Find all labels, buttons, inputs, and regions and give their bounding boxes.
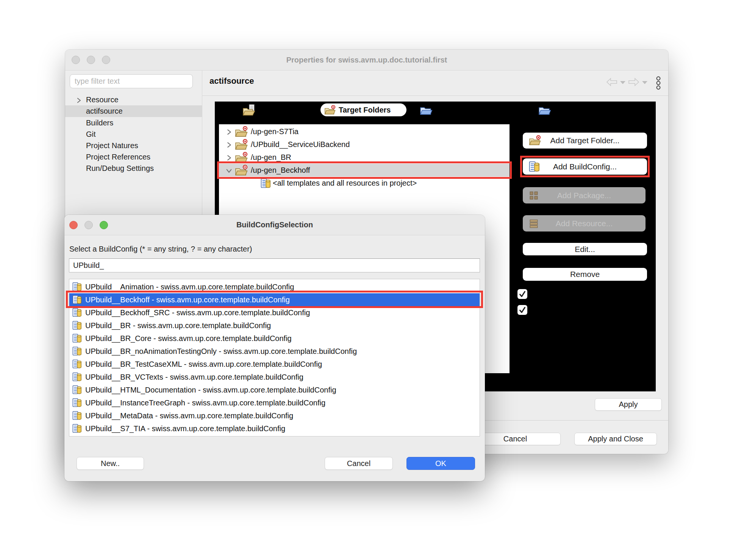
sidebar-item-project-references[interactable]: Project References [65,151,202,163]
list-item-label: UPbuild__BR_noAnimationTestingOnly - swi… [85,347,357,356]
new-button[interactable]: New.. [77,457,144,470]
folder-with-target-badge-icon [235,126,248,139]
ok-button[interactable]: OK [406,457,475,470]
chevron-right-icon[interactable] [76,97,82,105]
add-package-button: Add Package... [523,187,646,203]
buildconfig-filter-input[interactable] [69,258,480,272]
properties-titlebar[interactable]: Properties for swiss.avm.up.doc.tutorial… [65,50,668,70]
button-label: OK [435,459,446,468]
buildconfig-list-item[interactable]: UPbuild__InstanceTreeGraph - swiss.avm.u… [69,396,480,409]
buildconfig-icon [72,333,81,343]
buildconfig-list-item[interactable]: UPbuild__MetaData - swiss.avm.up.core.te… [69,409,480,422]
sidebar-item-label: Resource [86,95,119,104]
buildconfig-list[interactable]: UPbuild__Animation - swiss.avm.up.core.t… [69,279,480,436]
chevron-right-icon[interactable] [226,128,232,137]
sidebar-item-git[interactable]: Git [65,128,202,140]
tree-item-label: /up-gen-S7Tia [251,127,299,136]
add-buildconfig-button[interactable]: Add BuildConfig... [523,158,647,175]
checkmark-icon [518,306,527,314]
chevron-right-icon[interactable] [226,154,232,163]
button-label: New.. [101,459,120,468]
target-folders-label: Target Folders [339,106,391,114]
buildconfig-icon [72,346,81,356]
tree-item-label: /up-gen_Beckhoff [251,166,310,175]
list-item-label: UPbuild__InstanceTreeGraph - swiss.avm.u… [85,399,325,407]
buildconfig-list-item[interactable]: UPbuild__BR - swiss.avm.up.core.template… [69,319,480,332]
header-divider [202,95,668,96]
apply-and-close-button[interactable]: Apply and Close [574,433,657,445]
checked-checkbox[interactable] [517,305,527,315]
button-label: Cancel [503,435,527,443]
add-target-folder-button[interactable]: Add Target Folder... [523,133,647,149]
blue-open-folder-icon[interactable] [420,104,433,117]
buildconfig-icon [72,295,81,305]
remove-button[interactable]: Remove [523,268,647,281]
buildconfig-list-item[interactable]: UPbuild__Animation - swiss.avm.up.core.t… [69,280,480,293]
buildconfig-list-item[interactable]: UPbuild__BR_Core - swiss.avm.up.core.tem… [69,332,480,345]
buildconfig-icon [72,385,81,395]
window-title: Properties for swiss.avm.up.doc.tutorial… [65,50,668,70]
button-label: Apply [619,400,638,409]
target-folders-button[interactable]: Target Folders [320,103,406,116]
cancel-button[interactable]: Cancel [325,457,393,470]
sidebar-item-run-debug-settings[interactable]: Run/Debug Settings [65,163,202,174]
buildconfig-icon [261,178,270,191]
tree-item-label: /up-gen_BR [251,153,291,162]
sidebar-item-label: Project References [86,153,150,161]
list-item-label: UPbuild__HTML_Documentation - swiss.avm.… [85,386,336,394]
sidebar-item-resource[interactable]: Resource [65,94,202,106]
view-menu-dots-icon[interactable] [655,76,661,91]
tree-item[interactable]: /up-gen-S7Tia [219,125,510,138]
buildconfig-list-item[interactable]: UPbuild__HTML_Documentation - swiss.avm.… [69,383,480,396]
button-label: Apply and Close [588,435,643,443]
list-item-label: UPbuild__BR_Core - swiss.avm.up.core.tem… [85,334,292,343]
tree-item[interactable]: /up-gen_BR [219,151,510,164]
buildconfig-selection-dialog: BuildConfigSelection Select a BuildConfi… [64,215,485,481]
page-title: actifsource [209,76,254,86]
back-history-dropdown-icon[interactable] [620,81,625,84]
forward-arrow-icon[interactable] [628,78,639,88]
dialog-titlebar[interactable]: BuildConfigSelection [64,215,485,235]
edit-button[interactable]: Edit... [523,243,647,255]
tree-item-label: <all templates and all resources in proj… [273,179,417,188]
blue-open-folder-icon[interactable] [538,104,551,117]
tree-item-label: /UPbuild__ServiceUiBackend [251,140,350,149]
sidebar-item-actifsource[interactable]: actifsource [65,105,202,117]
sidebar-item-project-natures[interactable]: Project Natures [65,140,202,152]
dialog-title: BuildConfigSelection [64,215,485,235]
chevron-down-icon[interactable] [226,167,232,176]
buildconfig-list-item-selected[interactable]: UPbuild__Beckhoff - swiss.avm.up.core.te… [69,293,480,306]
tree-item[interactable]: /UPbuild__ServiceUiBackend [219,138,510,151]
apply-button[interactable]: Apply [595,398,662,411]
sidebar-item-label: Git [86,130,96,139]
tree-item-selected[interactable]: /up-gen_Beckhoff [219,164,510,177]
buildconfig-list-item[interactable]: UPbuild__BR_TestCaseXML - swiss.avm.up.c… [69,358,480,371]
list-item-label: UPbuild__S7_TIA - swiss.avm.up.core.temp… [85,424,285,433]
buildconfig-icon [72,372,81,382]
buildconfig-list-item[interactable]: UPbuild__BR_VCTexts - swiss.avm.up.core.… [69,371,480,383]
sidebar-item-builders[interactable]: Builders [65,117,202,129]
folder-with-target-badge-icon [235,152,248,165]
checked-checkbox[interactable] [517,289,527,299]
list-item-label: UPbuild__BR_TestCaseXML - swiss.avm.up.c… [85,360,322,369]
sidebar-item-label: Project Natures [86,141,138,150]
buildconfig-icon [72,282,81,292]
buildconfig-list-item[interactable]: UPbuild__BR_noAnimationTestingOnly - swi… [69,345,480,358]
forward-history-dropdown-icon[interactable] [642,81,647,84]
button-label: Cancel [347,459,370,468]
folder-with-target-badge-icon [324,105,336,115]
list-item-label: UPbuild__Animation - swiss.avm.up.core.t… [85,283,294,291]
filter-input[interactable] [70,74,193,88]
resource-icon [529,219,539,228]
chevron-right-icon[interactable] [226,141,232,150]
buildconfig-list-item[interactable]: UPbuild__Beckhoff_SRC - swiss.avm.up.cor… [69,306,480,319]
list-item-label: UPbuild__BR - swiss.avm.up.core.template… [85,321,271,330]
button-label: Remove [570,270,600,279]
buildconfig-icon [72,411,81,421]
back-arrow-icon[interactable] [606,78,617,88]
button-label: Add BuildConfig... [553,162,617,171]
list-item-label: UPbuild__MetaData - swiss.avm.up.core.te… [85,411,293,420]
buildconfig-icon [529,161,539,172]
buildconfig-list-item[interactable]: UPbuild__S7_TIA - swiss.avm.up.core.temp… [69,422,480,435]
tree-item-child[interactable]: <all templates and all resources in proj… [219,177,510,189]
